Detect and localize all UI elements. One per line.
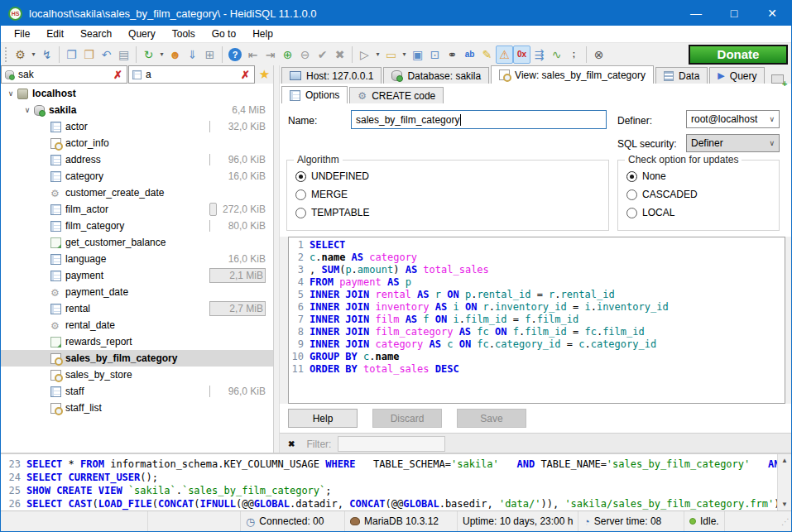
refresh-dropdown-icon[interactable]: ▾ <box>157 46 166 64</box>
tab-host[interactable]: Host: 127.0.0.1 <box>281 67 382 84</box>
tree-item-staff_list[interactable]: staff_list <box>1 400 273 416</box>
clear-table-filter-icon[interactable]: ✗ <box>239 69 252 81</box>
sidebar-splitter[interactable] <box>274 65 280 453</box>
tree-item-customer_create_date[interactable]: customer_create_date <box>1 185 273 201</box>
paste-icon[interactable]: ❒ <box>80 46 98 64</box>
replace-icon[interactable]: ab <box>461 46 478 64</box>
tree-item-payment_date[interactable]: payment_date <box>1 284 273 300</box>
tree-item-address[interactable]: address96,0 KiB <box>1 151 273 168</box>
tab-view[interactable]: View: sales_by_film_category <box>491 65 654 84</box>
tree-item-rental[interactable]: rental2,7 MiB <box>1 300 273 317</box>
close-filter-icon[interactable]: ✖ <box>288 439 295 448</box>
new-connection-icon[interactable]: ↯ <box>38 46 55 64</box>
save-file-icon[interactable]: ▣ <box>409 46 426 64</box>
table-filter-input[interactable]: a ✗ <box>128 65 255 84</box>
tree-item-language[interactable]: language16,0 KiB <box>1 251 273 267</box>
check-option-option-none[interactable]: None <box>618 167 779 185</box>
view-name-input[interactable]: sales_by_film_category <box>351 110 607 129</box>
delete-row-icon[interactable]: ⊖ <box>296 46 314 64</box>
database-filter-input[interactable]: sak ✗ <box>1 65 127 84</box>
tree-item-sales_by_store[interactable]: sales_by_store <box>1 367 273 383</box>
clear-database-filter-icon[interactable]: ✗ <box>112 69 124 81</box>
resize-grip[interactable]: ⋰ <box>781 517 790 526</box>
tab-data[interactable]: Data <box>655 67 708 84</box>
indent-icon[interactable]: ⇶ <box>530 46 548 64</box>
save-as-icon[interactable]: ⊡ <box>426 46 444 64</box>
size-gauge: 6,4 MiB <box>209 103 266 117</box>
session-manager-icon[interactable]: ⚙ <box>12 46 29 64</box>
tree-item-sales_by_film_category[interactable]: sales_by_film_category <box>1 350 273 367</box>
delimiter-icon[interactable]: ; <box>565 46 583 64</box>
tab-create-code[interactable]: CREATE code <box>349 87 444 103</box>
first-row-icon[interactable]: ⇤ <box>244 46 262 64</box>
tree-item-film_category[interactable]: film_category80,0 KiB <box>1 218 273 234</box>
last-row-icon[interactable]: ⇥ <box>262 46 279 64</box>
stop-icon[interactable]: ⊗ <box>590 46 607 64</box>
new-query-tab-icon[interactable] <box>771 74 784 84</box>
tree-item-actor[interactable]: actor32,0 KiB <box>1 118 273 135</box>
close-button[interactable]: ✕ <box>753 1 791 26</box>
insert-row-icon[interactable]: ⊕ <box>279 46 296 64</box>
log-scrollbar[interactable]: ▲ ▼ <box>777 454 791 510</box>
tree-item-localhost[interactable]: ∨localhost <box>1 85 273 102</box>
undo-icon[interactable]: ↶ <box>98 46 115 64</box>
expand-chevron-icon[interactable]: ∨ <box>4 89 17 98</box>
bind-params-icon[interactable]: ∿ <box>548 46 565 64</box>
run-query-icon[interactable]: ▷ <box>356 46 373 64</box>
tree-item-film_actor[interactable]: film_actor272,0 KiB <box>1 201 273 218</box>
post-changes-icon[interactable]: ✔ <box>314 46 331 64</box>
tab-database[interactable]: Database: sakila <box>383 67 489 84</box>
help-button[interactable]: Help <box>288 409 358 428</box>
menu-edit[interactable]: Edit <box>38 26 72 42</box>
user-manager-icon[interactable]: ☻ <box>166 46 184 64</box>
copy-icon[interactable]: ❐ <box>63 46 80 64</box>
tree-item-staff[interactable]: staff96,0 KiB <box>1 383 273 400</box>
print-icon[interactable]: ▤ <box>115 46 132 64</box>
help-icon[interactable]: ? <box>228 48 242 61</box>
binary-literal-icon[interactable]: 0x <box>513 46 530 64</box>
connection-dropdown-icon[interactable]: ▾ <box>29 46 38 64</box>
scroll-down-icon[interactable]: ▼ <box>781 498 788 510</box>
donate-button[interactable]: Donate <box>689 45 788 65</box>
open-dropdown-icon[interactable]: ▾ <box>400 46 409 64</box>
reformat-icon[interactable]: ✎ <box>478 46 496 64</box>
highlight-errors-icon[interactable]: ⚠ <box>496 46 513 64</box>
check-option-option-cascaded[interactable]: CASCADED <box>618 185 779 204</box>
tree-item-get_customer_balance[interactable]: get_customer_balance <box>1 234 273 251</box>
tree-item-payment[interactable]: payment2,1 MiB <box>1 267 273 284</box>
menu-file[interactable]: File <box>6 26 38 42</box>
tab-query[interactable]: Query <box>709 67 765 84</box>
tab-options[interactable]: Options <box>281 86 348 104</box>
menu-query[interactable]: Query <box>120 26 164 42</box>
menu-search[interactable]: Search <box>72 26 120 42</box>
algorithm-option-merge[interactable]: MERGE <box>287 185 608 204</box>
tree-item-category[interactable]: category16,0 KiB <box>1 168 273 185</box>
favorites-star-icon[interactable]: ★ <box>256 65 273 84</box>
tree-item-actor_info[interactable]: actor_info <box>1 135 273 151</box>
find-icon[interactable]: ⚭ <box>444 46 461 64</box>
toolbar-grip[interactable] <box>5 47 9 62</box>
run-dropdown-icon[interactable]: ▾ <box>373 46 382 64</box>
save-snippet-icon[interactable]: ⊞ <box>201 46 218 64</box>
tree-item-rental_date[interactable]: rental_date <box>1 317 273 333</box>
definer-combobox[interactable]: root@localhost∨ <box>686 110 780 128</box>
export-database-icon[interactable]: ⇓ <box>184 46 201 64</box>
cancel-editing-icon[interactable]: ✖ <box>331 46 348 64</box>
open-file-icon[interactable]: ▭ <box>382 46 400 64</box>
expand-chevron-icon[interactable]: ∨ <box>21 106 34 114</box>
check-option-option-local[interactable]: LOCAL <box>618 204 779 222</box>
menu-go-to[interactable]: Go to <box>204 26 244 42</box>
tree-item-rewards_report[interactable]: rewards_report <box>1 333 273 350</box>
view-select-code-editor[interactable]: 1SELECT2c.name AS category3, SUM(p.amoun… <box>288 237 785 404</box>
minimize-button[interactable]: — <box>677 1 715 26</box>
menu-tools[interactable]: Tools <box>164 26 204 42</box>
maximize-button[interactable]: □ <box>715 1 753 26</box>
refresh-icon[interactable]: ↻ <box>140 46 157 64</box>
tree-item-sakila[interactable]: ∨sakila6,4 MiB <box>1 102 273 118</box>
menu-help[interactable]: Help <box>244 26 281 42</box>
algorithm-option-temptable[interactable]: TEMPTABLE <box>287 204 608 222</box>
filter-input[interactable] <box>338 436 445 452</box>
algorithm-option-undefined[interactable]: UNDEFINED <box>287 167 608 185</box>
sql-security-combobox[interactable]: Definer∨ <box>686 134 780 152</box>
scroll-up-icon[interactable]: ▲ <box>781 454 788 467</box>
